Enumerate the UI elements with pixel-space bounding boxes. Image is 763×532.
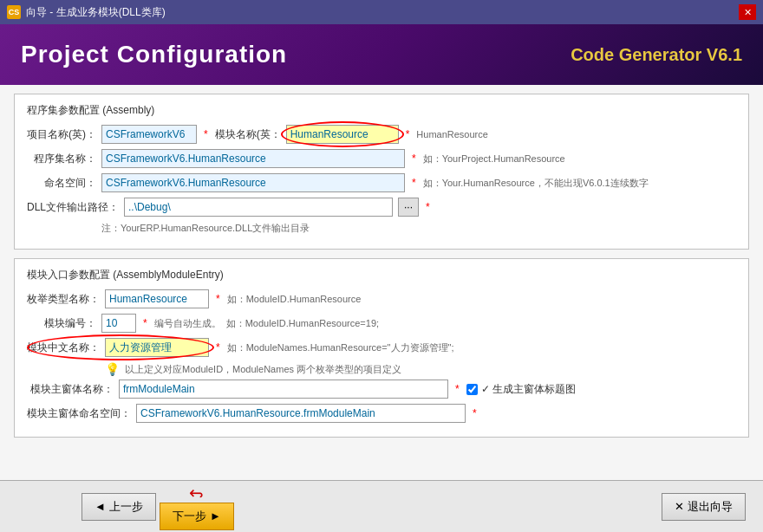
prev-icon: ◄ bbox=[95, 500, 106, 513]
bottom-bar: ◄ 上一步 ↩ 下一步 ► ✕ 退出向导 bbox=[0, 480, 763, 532]
prev-button[interactable]: ◄ 上一步 bbox=[82, 493, 156, 521]
dll-path-browse-button[interactable]: ··· bbox=[398, 198, 419, 217]
section-assembly: 程序集参数配置 (Assembly) 项目名称(英)： * 模块名称(英： * … bbox=[14, 94, 749, 250]
star2: * bbox=[406, 128, 410, 140]
module-name-label: 模块名称(英： bbox=[215, 127, 281, 142]
exit-button[interactable]: ✕ 退出向导 bbox=[662, 493, 746, 521]
main-form-ns-label: 模块主窗体命名空间： bbox=[27, 406, 131, 421]
assembly-name-hint: 如：YourProject.HumanResource bbox=[423, 152, 565, 165]
assembly-name-row: 程序集名称： * 如：YourProject.HumanResource bbox=[27, 149, 736, 168]
star10: * bbox=[473, 407, 477, 419]
dll-path-label: DLL文件输出路径： bbox=[27, 200, 119, 215]
next-label: 下一步 bbox=[173, 509, 206, 524]
project-name-row: 项目名称(英)： * 模块名称(英： * HumanResource bbox=[27, 125, 736, 144]
banner-subtitle: Code Generator V6.1 bbox=[571, 45, 742, 65]
exit-icon: ✕ bbox=[675, 500, 684, 513]
next-button-wrapper: ↩ 下一步 ► bbox=[160, 483, 234, 530]
module-code-label: 模块编号： bbox=[27, 316, 96, 331]
generate-title-checkbox[interactable] bbox=[466, 384, 478, 395]
namespace-input[interactable] bbox=[101, 173, 405, 192]
main-form-ns-row: 模块主窗体命名空间： * bbox=[27, 404, 736, 423]
main-content: 程序集参数配置 (Assembly) 项目名称(英)： * 模块名称(英： * … bbox=[0, 85, 763, 480]
project-name-input[interactable] bbox=[101, 125, 197, 144]
generate-title-checkbox-label[interactable]: ✓ 生成主窗体标题图 bbox=[466, 382, 576, 397]
enum-type-input[interactable] bbox=[105, 289, 209, 308]
module-code-hint: 如：ModuleID.HumanResource=19; bbox=[226, 317, 379, 330]
star7: * bbox=[143, 317, 147, 329]
chinese-name-label: 模块中文名称： bbox=[27, 341, 100, 355]
star5: * bbox=[426, 201, 430, 213]
dll-path-hint: 注：YourERP.HumanResource.DLL文件输出目录 bbox=[101, 222, 310, 235]
enum-type-hint: 如：ModuleID.HumanResource bbox=[227, 293, 362, 306]
checkbox-text: ✓ 生成主窗体标题图 bbox=[481, 382, 576, 397]
dll-path-row: DLL文件输出路径： ··· * bbox=[27, 198, 736, 217]
next-button[interactable]: 下一步 ► bbox=[160, 503, 234, 530]
star9: * bbox=[455, 383, 460, 395]
project-name-label: 项目名称(英)： bbox=[27, 127, 96, 142]
module-name-hint: HumanResource bbox=[416, 129, 488, 139]
namespace-hint: 如：Your.HumanResource，不能出现V6.0.1连续数字 bbox=[423, 177, 649, 190]
enum-type-label: 枚举类型名称： bbox=[27, 292, 100, 307]
title-bar-left: CS 向导 - 生成业务模块(DLL类库) bbox=[7, 5, 166, 20]
header-banner: Project Configuration Code Generator V6.… bbox=[0, 24, 763, 85]
enum-type-row: 枚举类型名称： * 如：ModuleID.HumanResource bbox=[27, 289, 736, 308]
section-module-entry-title: 模块入口参数配置 (AssemblyModuleEntry) bbox=[27, 268, 736, 282]
star4: * bbox=[412, 177, 416, 189]
dll-hint-row: 注：YourERP.HumanResource.DLL文件输出目录 bbox=[27, 222, 736, 235]
star3: * bbox=[412, 152, 416, 165]
chinese-name-hint: 如：ModuleNames.HumanResource="人力资源管理"; bbox=[227, 341, 454, 354]
assembly-name-label: 程序集名称： bbox=[27, 152, 96, 166]
main-form-name-input[interactable] bbox=[119, 380, 448, 399]
module-code-input[interactable] bbox=[101, 314, 136, 333]
prev-label: 上一步 bbox=[109, 499, 143, 515]
module-name-wrapper bbox=[286, 125, 399, 144]
bulb-hint-text: 以上定义对应ModuleID，ModuleNames 两个枚举类型的项目定义 bbox=[125, 363, 401, 376]
star1: * bbox=[204, 128, 208, 140]
star6: * bbox=[216, 293, 220, 305]
title-bar: CS 向导 - 生成业务模块(DLL类库) ✕ bbox=[0, 0, 763, 24]
dll-path-input[interactable] bbox=[124, 198, 393, 217]
module-code-auto-hint: 编号自动生成。 bbox=[154, 317, 221, 330]
chinese-name-wrapper bbox=[105, 338, 209, 357]
banner-title: Project Configuration bbox=[21, 41, 287, 68]
app-icon: CS bbox=[7, 5, 21, 19]
nav-area: ◄ 上一步 ↩ 下一步 ► bbox=[17, 483, 234, 530]
module-code-row: 模块编号： * 编号自动生成。 如：ModuleID.HumanResource… bbox=[27, 314, 736, 333]
module-name-input[interactable] bbox=[286, 125, 399, 144]
title-bar-text: 向导 - 生成业务模块(DLL类库) bbox=[26, 5, 166, 20]
main-form-name-row: 模块主窗体名称： * ✓ 生成主窗体标题图 bbox=[27, 380, 736, 399]
chinese-name-row: 模块中文名称： * 如：ModuleNames.HumanResource="人… bbox=[27, 338, 736, 357]
main-form-ns-input[interactable] bbox=[136, 404, 466, 423]
chinese-name-input[interactable] bbox=[105, 338, 209, 357]
close-button[interactable]: ✕ bbox=[739, 4, 756, 20]
next-icon: ► bbox=[210, 509, 221, 522]
bulb-icon: 💡 bbox=[105, 362, 120, 376]
namespace-row: 命名空间： * 如：Your.HumanResource，不能出现V6.0.1连… bbox=[27, 173, 736, 192]
bulb-hint-row: 💡 以上定义对应ModuleID，ModuleNames 两个枚举类型的项目定义 bbox=[105, 362, 736, 376]
section-assembly-title: 程序集参数配置 (Assembly) bbox=[27, 103, 736, 118]
down-arrow: ↩ bbox=[189, 483, 204, 504]
main-form-name-label: 模块主窗体名称： bbox=[27, 382, 114, 397]
section-module-entry: 模块入口参数配置 (AssemblyModuleEntry) 枚举类型名称： *… bbox=[14, 258, 749, 438]
exit-label: 退出向导 bbox=[688, 499, 733, 515]
star8: * bbox=[216, 341, 220, 354]
namespace-label: 命名空间： bbox=[27, 176, 96, 191]
assembly-name-input[interactable] bbox=[101, 149, 405, 168]
